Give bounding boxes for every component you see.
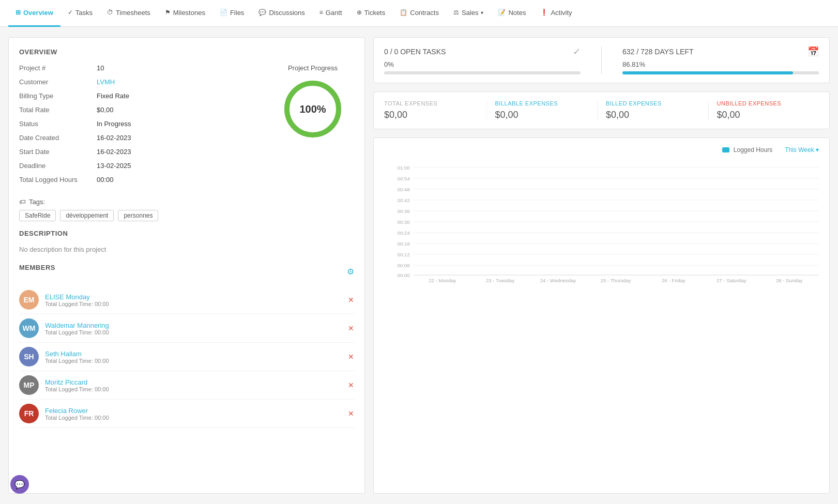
svg-text:01:00: 01:00 (398, 165, 410, 171)
svg-text:00:18: 00:18 (398, 241, 410, 247)
member-remove-button[interactable]: ✕ (348, 324, 354, 332)
value-total-rate: $0,00 (97, 106, 261, 114)
member-info: ELISE Monday Total Logged Time: 00:00 (45, 293, 342, 307)
progress-label: Project Progress (288, 64, 338, 72)
member-name[interactable]: Moritz Piccard (45, 378, 342, 386)
nav-tasks[interactable]: ✓ Tasks (60, 0, 100, 27)
member-name[interactable]: ELISE Monday (45, 293, 342, 301)
total-expenses-label: TOTAL EXPENSES (384, 100, 478, 106)
member-name[interactable]: Seth Hallam (45, 350, 342, 358)
value-date-created: 16-02-2023 (97, 134, 261, 142)
svg-text:00:54: 00:54 (398, 176, 410, 181)
progress-value: 100% (299, 103, 326, 115)
unbilled-expenses-label: UNBILLED EXPENSES (717, 100, 811, 106)
nav-sales[interactable]: ⚖ Sales ▾ (446, 0, 491, 27)
billable-expenses-label: BILLABLE EXPENSES (495, 100, 589, 106)
nav-files[interactable]: 📄 Files (212, 0, 251, 27)
member-remove-button[interactable]: ✕ (348, 296, 354, 304)
nav-tickets[interactable]: ⊕ Tickets (349, 0, 393, 27)
top-navigation: ⊞ Overview ✓ Tasks ⏱ Timesheets ⚑ Milest… (0, 0, 838, 27)
svg-text:00:12: 00:12 (398, 252, 410, 257)
progress-section: Project Progress 100% (271, 64, 354, 190)
nav-discussions[interactable]: 💬 Discussions (251, 0, 312, 27)
value-deadline: 13-02-2025 (97, 162, 261, 170)
svg-text:27 - Saturday: 27 - Saturday (717, 278, 746, 283)
member-info: Seth Hallam Total Logged Time: 00:00 (45, 350, 342, 364)
days-left-block: 632 / 728 DAYS LEFT 📅 86.81% (622, 46, 819, 74)
chat-bubble-button[interactable]: 💬 (10, 475, 29, 494)
svg-text:00:06: 00:06 (398, 263, 410, 268)
member-info: Felecia Rower Total Logged Time: 00:00 (45, 407, 342, 421)
members-title: MEMBERS (19, 264, 55, 271)
members-section: MEMBERS ⚙ EM ELISE Monday Total Logged T… (19, 264, 354, 428)
svg-text:00:24: 00:24 (398, 230, 410, 236)
overview-fields: Project # 10 Customer LVMH Billing Type … (19, 64, 261, 190)
billable-expenses-block: BILLABLE EXPENSES $0,00 (487, 100, 598, 120)
members-settings-button[interactable]: ⚙ (347, 267, 354, 277)
nav-notes[interactable]: 📝 Notes (491, 0, 533, 27)
label-date-created: Date Created (19, 134, 97, 142)
days-left-percentage: 86.81% (622, 60, 819, 68)
label-start-date: Start Date (19, 148, 97, 156)
value-customer[interactable]: LVMH (97, 78, 261, 86)
tags-label: 🏷 Tags: (19, 198, 354, 206)
nav-contracts[interactable]: 📋 Contracts (392, 0, 446, 27)
nav-gantt[interactable]: ≡ Gantt (312, 0, 349, 27)
days-left-header: 632 / 728 DAYS LEFT 📅 (622, 46, 819, 57)
main-content: OVERVIEW Project # 10 Customer LVMH Bill… (0, 27, 838, 504)
svg-text:00:36: 00:36 (398, 208, 410, 214)
field-project-number: Project # 10 (19, 64, 261, 72)
field-start-date: Start Date 16-02-2023 (19, 148, 261, 156)
nav-overview[interactable]: ⊞ Overview (8, 0, 60, 27)
unbilled-expenses-block: UNBILLED EXPENSES $0,00 (709, 100, 819, 120)
label-total-rate: Total Rate (19, 106, 97, 114)
field-logged-hours: Total Logged Hours 00:00 (19, 176, 261, 184)
description-text: No description for this project (19, 246, 354, 253)
description-title: DESCRIPTION (19, 230, 354, 237)
member-remove-button[interactable]: ✕ (348, 409, 354, 418)
chart-area: 01:00 00:54 00:48 00:42 00:36 00:30 00:2… (384, 160, 819, 284)
tag-icon: 🏷 (19, 198, 26, 206)
member-row: EM ELISE Monday Total Logged Time: 00:00… (19, 286, 354, 314)
chart-svg: 01:00 00:54 00:48 00:42 00:36 00:30 00:2… (384, 160, 819, 284)
member-remove-button[interactable]: ✕ (348, 353, 354, 361)
billed-expenses-label: BILLED EXPENSES (606, 100, 700, 106)
member-logged-time: Total Logged Time: 00:00 (45, 329, 342, 335)
activity-icon: ❗ (540, 9, 548, 16)
member-name[interactable]: Felecia Rower (45, 407, 342, 415)
svg-text:25 - Thursday: 25 - Thursday (601, 278, 631, 283)
progress-circle: 100% (282, 78, 344, 140)
chart-section: Logged Hours This Week ▾ (373, 138, 830, 494)
member-logged-time: Total Logged Time: 00:00 (45, 301, 342, 307)
legend-color-dot (722, 147, 729, 152)
member-info: Waldemar Mannering Total Logged Time: 00… (45, 322, 342, 335)
chat-icon: 💬 (14, 480, 25, 490)
unbilled-expenses-value: $0,00 (717, 110, 811, 120)
label-status: Status (19, 120, 97, 128)
nav-activity[interactable]: ❗ Activity (533, 0, 579, 27)
contract-icon: 📋 (400, 9, 407, 16)
open-tasks-header: 0 / 0 OPEN TASKS ✓ (384, 46, 581, 57)
days-left-progress-fill (622, 71, 793, 74)
value-logged-hours: 00:00 (97, 176, 261, 184)
open-tasks-block: 0 / 0 OPEN TASKS ✓ 0% (384, 46, 581, 74)
file-icon: 📄 (220, 9, 227, 16)
days-left-progress-bar (622, 71, 819, 74)
nav-timesheets[interactable]: ⏱ Timesheets (100, 0, 158, 27)
tag-item: SafeRide (19, 210, 56, 221)
this-week-button[interactable]: This Week ▾ (785, 146, 819, 154)
svg-text:22 - Monday: 22 - Monday (429, 278, 456, 283)
member-avatar: FR (19, 404, 39, 423)
tag-item: développement (60, 210, 114, 221)
stats-row: 0 / 0 OPEN TASKS ✓ 0% 632 / 728 DAYS LEF… (373, 37, 830, 83)
tags-list: SafeRide développement personnes (19, 210, 354, 221)
value-billing-type: Fixed Rate (97, 92, 261, 100)
svg-text:24 - Wednesday: 24 - Wednesday (540, 278, 576, 283)
left-panel: OVERVIEW Project # 10 Customer LVMH Bill… (8, 37, 365, 494)
overview-grid: Project # 10 Customer LVMH Billing Type … (19, 64, 354, 190)
grid-icon: ⊞ (16, 9, 21, 16)
member-remove-button[interactable]: ✕ (348, 381, 354, 389)
member-name[interactable]: Waldemar Mannering (45, 322, 342, 329)
total-expenses-value: $0,00 (384, 110, 478, 120)
nav-milestones[interactable]: ⚑ Milestones (158, 0, 212, 27)
